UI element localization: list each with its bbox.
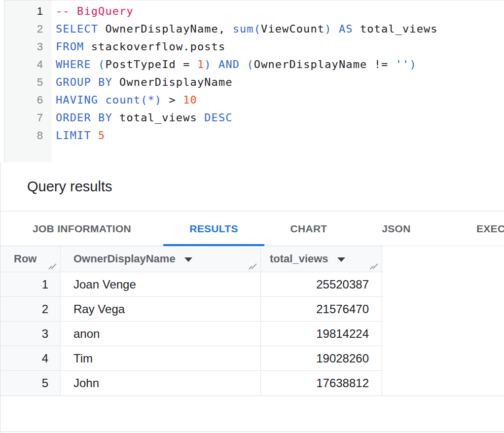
code-line[interactable]: FROM stackoverflow.posts bbox=[56, 38, 504, 56]
line-number: 2 bbox=[4, 20, 43, 38]
code-line[interactable]: GROUP BY OwnerDisplayName bbox=[56, 73, 504, 91]
column-label: total_views bbox=[270, 253, 328, 265]
row-number-cell: 1 bbox=[0, 272, 61, 296]
owner-display-name-cell: anon bbox=[61, 322, 261, 346]
row-number-cell: 2 bbox=[0, 297, 61, 321]
row-number-cell: 5 bbox=[0, 371, 61, 396]
table-row[interactable]: 3anon19814224 bbox=[0, 322, 383, 346]
line-number: 6 bbox=[4, 91, 43, 109]
row-number-cell: 3 bbox=[0, 322, 61, 346]
total-views-cell: 19028260 bbox=[261, 346, 382, 370]
sort-dropdown-icon[interactable] bbox=[337, 257, 345, 262]
tab-bar: JOB INFORMATIONRESULTSCHARTJSONEXECUTI bbox=[0, 212, 504, 246]
column-resize-icon[interactable] bbox=[370, 263, 378, 270]
code-line[interactable]: HAVING count(*) > 10 bbox=[56, 91, 504, 109]
results-table: Row OwnerDisplayName total_views 1Joan V… bbox=[0, 246, 504, 396]
code-line[interactable]: LIMIT 5 bbox=[56, 127, 504, 144]
line-number: 1 bbox=[4, 2, 43, 20]
column-resize-icon[interactable] bbox=[49, 263, 56, 270]
editor-gutter: 12345678 bbox=[4, 0, 52, 162]
line-number: 4 bbox=[4, 56, 43, 73]
owner-display-name-cell: John bbox=[61, 371, 261, 396]
code-line[interactable]: WHERE (PostTypeId = 1) AND (OwnerDisplay… bbox=[56, 56, 504, 73]
code-line[interactable]: ORDER BY total_views DESC bbox=[56, 109, 504, 127]
tab-label: JSON bbox=[382, 223, 410, 235]
line-number: 5 bbox=[4, 73, 43, 91]
tab-label: CHART bbox=[290, 223, 327, 235]
bottom-space bbox=[0, 396, 504, 432]
column-header-total-views[interactable]: total_views bbox=[261, 246, 382, 272]
row-number-cell: 4 bbox=[0, 346, 61, 370]
code-line[interactable]: -- BigQuery bbox=[56, 2, 504, 20]
editor-code[interactable]: -- BigQuerySELECT OwnerDisplayName, sum(… bbox=[52, 0, 504, 162]
owner-display-name-cell: Tim bbox=[61, 346, 261, 370]
table-row[interactable]: 1Joan Venge25520387 bbox=[0, 272, 383, 297]
total-views-cell: 25520387 bbox=[261, 272, 382, 296]
column-resize-icon[interactable] bbox=[249, 263, 256, 270]
tab-label: JOB INFORMATION bbox=[33, 223, 131, 235]
results-title: Query results bbox=[27, 179, 112, 195]
tab-label: RESULTS bbox=[189, 223, 238, 235]
sql-editor[interactable]: 12345678 -- BigQuerySELECT OwnerDisplayN… bbox=[4, 0, 504, 162]
total-views-cell: 21576470 bbox=[261, 297, 382, 321]
results-header: Query results bbox=[0, 162, 504, 212]
table-row[interactable]: 5John17638812 bbox=[0, 371, 383, 396]
owner-display-name-cell: Joan Venge bbox=[61, 272, 261, 296]
owner-display-name-cell: Ray Vega bbox=[61, 297, 261, 321]
sort-dropdown-icon[interactable] bbox=[184, 257, 192, 262]
column-header-ownerdisplayname[interactable]: OwnerDisplayName bbox=[61, 246, 261, 272]
tab-json[interactable]: JSON bbox=[353, 212, 439, 246]
tab-executi[interactable]: EXECUTI bbox=[439, 212, 504, 246]
column-header-row[interactable]: Row bbox=[0, 246, 61, 272]
table-row[interactable]: 4Tim19028260 bbox=[0, 346, 383, 371]
column-label: OwnerDisplayName bbox=[73, 253, 176, 265]
tab-job-information[interactable]: JOB INFORMATION bbox=[0, 212, 163, 246]
line-number: 3 bbox=[4, 38, 43, 56]
table-row[interactable]: 2Ray Vega21576470 bbox=[0, 297, 383, 322]
tab-chart[interactable]: CHART bbox=[264, 212, 353, 246]
table-header: Row OwnerDisplayName total_views bbox=[0, 246, 383, 272]
tab-results[interactable]: RESULTS bbox=[163, 212, 264, 246]
line-number: 7 bbox=[4, 109, 43, 127]
tab-label: EXECUTI bbox=[476, 223, 504, 235]
line-number: 8 bbox=[4, 127, 43, 144]
total-views-cell: 19814224 bbox=[261, 322, 382, 346]
total-views-cell: 17638812 bbox=[261, 371, 382, 396]
query-results-panel: Query results JOB INFORMATIONRESULTSCHAR… bbox=[0, 162, 504, 433]
column-label: Row bbox=[14, 253, 36, 265]
code-line[interactable]: SELECT OwnerDisplayName, sum(ViewCount) … bbox=[56, 20, 504, 38]
table-body: 1Joan Venge255203872Ray Vega215764703ano… bbox=[0, 272, 504, 396]
